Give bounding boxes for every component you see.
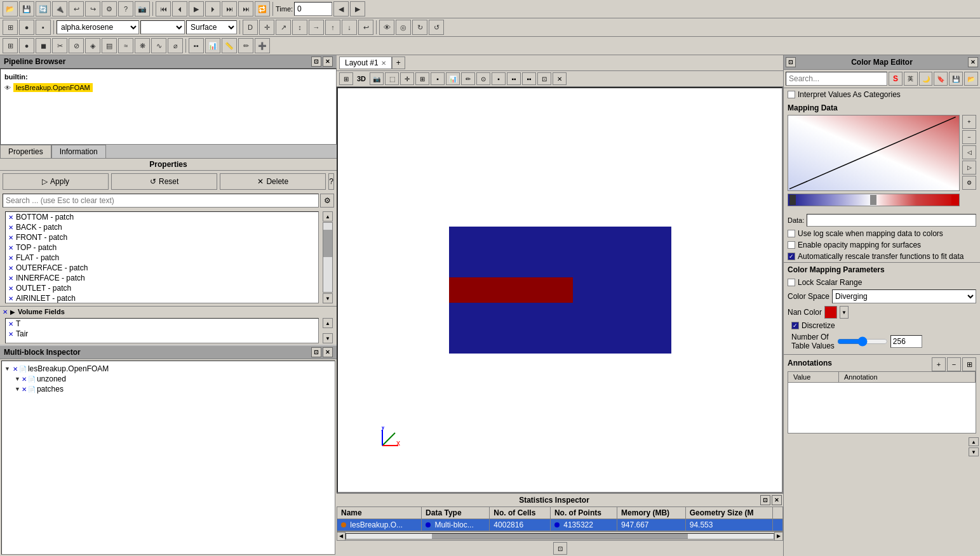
show-all-btn[interactable]: D (243, 20, 258, 35)
apply-button[interactable]: ▷ Apply (3, 173, 109, 190)
grid-btn[interactable]: ⊞ (3, 20, 18, 35)
props-search-icon[interactable]: ⚙ (320, 194, 334, 208)
help-btn[interactable]: ? (118, 1, 133, 17)
vp-center-btn[interactable]: ⊙ (476, 72, 490, 85)
patch-list[interactable]: ✕ BOTTOM - patch ✕ BACK - patch ✕ FRONT … (5, 211, 319, 303)
cme-save-icon[interactable]: 💾 (949, 72, 963, 86)
stats-float-btn[interactable]: ⊡ (760, 495, 770, 505)
stats-row-0[interactable]: lesBreakup.O... Multi-bloc... 4002816 41… (337, 519, 783, 531)
scroll-up-btn[interactable]: ▲ (323, 211, 333, 222)
threshold-btn[interactable]: ◈ (85, 38, 100, 53)
help-props-button[interactable]: ? (328, 173, 334, 190)
variable-select[interactable]: alpha.kerosene (57, 20, 139, 34)
sphere-btn[interactable]: ● (19, 20, 34, 35)
orient3-btn[interactable]: → (309, 20, 324, 35)
grad-btn-5[interactable]: ⚙ (962, 176, 976, 190)
save-btn[interactable]: 💾 (19, 1, 34, 17)
range-handle-left[interactable] (789, 195, 796, 205)
view-btn[interactable]: 👁 (379, 20, 394, 35)
center-btn[interactable]: ◎ (396, 20, 411, 35)
orient5-btn[interactable]: ↓ (342, 20, 357, 35)
representation-select[interactable]: Surface (186, 20, 237, 34)
cme-bookmark-btn[interactable]: 🔖 (934, 72, 948, 86)
chart-btn[interactable]: 📊 (205, 38, 220, 53)
vf-item-Tair[interactable]: ✕ Tair (6, 329, 318, 339)
bottom-center-icon[interactable]: ⊡ (553, 542, 567, 555)
rotate-btn[interactable]: ↻ (412, 20, 427, 35)
cme-scroll-up-btn[interactable]: ▲ (969, 437, 979, 446)
time-next-btn[interactable]: ▶ (350, 1, 365, 17)
camera-orient-btn[interactable]: ↗ (276, 20, 291, 35)
tab-add-btn[interactable]: + (392, 56, 405, 69)
color-range-bar[interactable] (788, 194, 960, 206)
viewport-area[interactable]: x y (337, 87, 783, 493)
data-input[interactable] (807, 214, 976, 227)
patch-item-outerface[interactable]: ✕ OUTERFACE - patch (6, 263, 318, 273)
mb-tree-unzoned[interactable]: ▼ ✕ 📄 unzoned (4, 374, 332, 384)
annot-action-btn[interactable]: ⊞ (962, 357, 976, 371)
reset-view-btn[interactable]: ↺ (429, 20, 444, 35)
grad-btn-3[interactable]: ◁ (962, 145, 976, 159)
scroll-track[interactable] (346, 533, 774, 539)
redo-btn[interactable]: ↪ (85, 1, 100, 17)
slice-btn[interactable]: ▤ (102, 38, 117, 53)
layout-tab-1[interactable]: Layout #1 ✕ (339, 56, 392, 69)
range-handle-right[interactable] (951, 195, 958, 205)
grad-btn-2[interactable]: − (962, 130, 976, 144)
mb-close-btn[interactable]: ✕ (323, 347, 333, 357)
grad-btn-4[interactable]: ▷ (962, 161, 976, 175)
range-handle-mid[interactable] (870, 195, 876, 205)
clip-btn[interactable]: ✂ (52, 38, 67, 53)
stream-btn[interactable]: ≈ (118, 38, 133, 53)
number-table-input[interactable] (890, 335, 922, 348)
cme-load-icon[interactable]: 📂 (964, 72, 978, 86)
prev-btn[interactable]: ⏴ (172, 1, 187, 17)
vp-grid-btn[interactable]: ⊞ (415, 72, 429, 85)
cube-btn[interactable]: ▪ (36, 20, 51, 35)
vp-annotation-btn[interactable]: ✏ (461, 72, 475, 85)
plus-btn[interactable]: ➕ (255, 38, 270, 53)
patch-item-back[interactable]: ✕ BACK - patch (6, 222, 318, 232)
orient4-btn[interactable]: ↑ (325, 20, 340, 35)
patch-item-airinlet[interactable]: ✕ AIRINLET - patch (6, 293, 318, 303)
tab-close-icon[interactable]: ✕ (381, 60, 386, 67)
annot-remove-btn[interactable]: − (947, 357, 961, 371)
cut-btn[interactable]: ⊘ (69, 38, 84, 53)
pipeline-float-btn[interactable]: ⊡ (311, 56, 321, 67)
contour-btn[interactable]: ⌀ (168, 38, 183, 53)
refresh-btn[interactable]: 🔄 (36, 1, 51, 17)
filter-apply-btn[interactable]: ⊞ (3, 38, 18, 53)
pipeline-close-btn[interactable]: ✕ (323, 56, 333, 67)
patch-item-bottom[interactable]: ✕ BOTTOM - patch (6, 212, 318, 222)
tab-information[interactable]: Information (51, 145, 106, 158)
tab-properties[interactable]: Properties (0, 145, 51, 158)
stats-close-btn[interactable]: ✕ (772, 495, 782, 505)
gradient-map[interactable] (788, 115, 960, 191)
open-btn[interactable]: 📂 (3, 1, 18, 17)
props-search-input[interactable] (3, 194, 319, 208)
auto-rescale-checkbox[interactable] (788, 253, 795, 260)
settings-btn[interactable]: ⚙ (102, 1, 117, 17)
vf-item-T[interactable]: ✕ T (6, 319, 318, 329)
color-space-select[interactable]: Diverging (832, 289, 976, 303)
nan-color-swatch[interactable] (824, 306, 837, 319)
cme-search-input[interactable] (786, 72, 887, 86)
time-input[interactable] (294, 2, 332, 16)
vf-expand-arrow[interactable]: ▶ (10, 308, 15, 315)
cme-scroll-down-btn[interactable]: ▼ (969, 447, 979, 456)
vp-camera-btn[interactable]: 📷 (370, 72, 384, 85)
extract-btn[interactable]: ◼ (36, 38, 51, 53)
vp-layout-2h-btn[interactable]: ▪▪ (507, 72, 521, 85)
delete-button[interactable]: ✕ Delete (220, 173, 326, 190)
undo-btn[interactable]: ↩ (69, 1, 84, 17)
patch-item-front[interactable]: ✕ FRONT - patch (6, 232, 318, 242)
axes-btn[interactable]: ✛ (259, 20, 274, 35)
connect-btn[interactable]: 🔌 (52, 1, 67, 17)
scroll-down-btn[interactable]: ▼ (323, 293, 333, 303)
vf-scroll-down[interactable]: ▼ (323, 333, 333, 343)
annot-body[interactable] (788, 383, 976, 434)
mb-tree-root[interactable]: ▼ ✕ 📄 lesBreakup.OpenFOAM (4, 364, 332, 374)
patch-item-flat[interactable]: ✕ FLAT - patch (6, 253, 318, 263)
vp-maximize-btn[interactable]: ⊡ (537, 72, 551, 85)
vp-axes-btn[interactable]: ✛ (400, 72, 414, 85)
